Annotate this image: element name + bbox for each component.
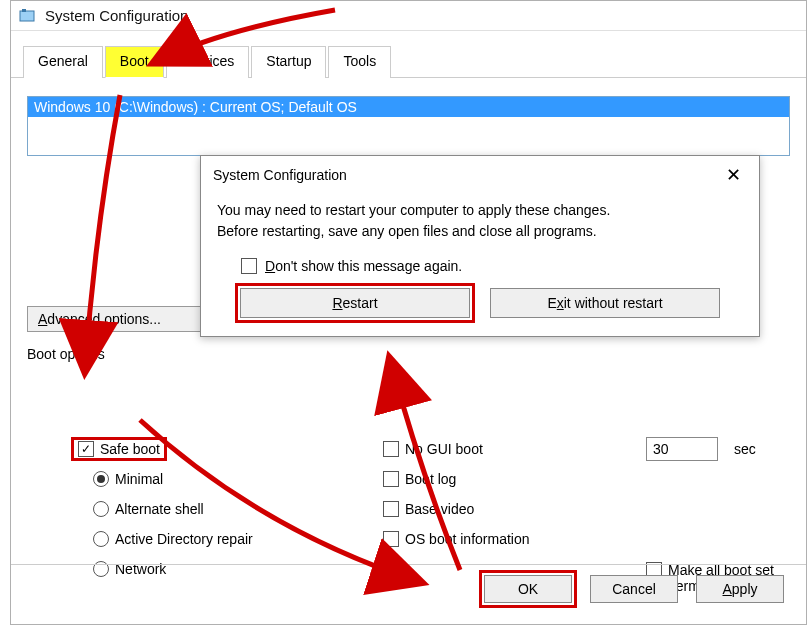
boot-options-group-label: Boot options xyxy=(27,346,790,362)
minimal-radio[interactable] xyxy=(93,471,109,487)
tab-strip: General Boot Services Startup Tools xyxy=(11,31,806,78)
base-video-label: Base video xyxy=(405,501,474,517)
tab-boot[interactable]: Boot xyxy=(105,46,164,78)
base-video-checkbox[interactable] xyxy=(383,501,399,517)
window-title: System Configuration xyxy=(45,7,188,24)
apply-button[interactable]: Apply xyxy=(696,575,784,603)
no-gui-label: No GUI boot xyxy=(405,441,483,457)
tab-startup[interactable]: Startup xyxy=(251,46,326,78)
timeout-input[interactable]: 30 xyxy=(646,437,718,461)
boot-options-left: Safe boot Minimal Alternate shell Active… xyxy=(71,434,351,584)
safe-boot-checkbox[interactable] xyxy=(78,441,94,457)
boot-options-mid: No GUI boot Boot log Base video OS boot … xyxy=(383,434,623,554)
minimal-label: Minimal xyxy=(115,471,163,487)
title-bar: System Configuration xyxy=(11,1,806,31)
exit-without-restart-button[interactable]: Exit without restart xyxy=(490,288,720,318)
restart-dialog: System Configuration ✕ You may need to r… xyxy=(200,155,760,337)
ad-repair-radio[interactable] xyxy=(93,531,109,547)
dialog-buttons: OK Cancel Apply xyxy=(11,564,806,612)
cancel-button[interactable]: Cancel xyxy=(590,575,678,603)
ok-button[interactable]: OK xyxy=(484,575,572,603)
svg-rect-1 xyxy=(22,9,26,12)
no-gui-checkbox[interactable] xyxy=(383,441,399,457)
boot-log-checkbox[interactable] xyxy=(383,471,399,487)
tab-tools[interactable]: Tools xyxy=(328,46,391,78)
restart-dialog-titlebar: System Configuration ✕ xyxy=(201,156,759,194)
tab-general[interactable]: General xyxy=(23,46,103,78)
msconfig-icon xyxy=(19,8,37,24)
boot-log-label: Boot log xyxy=(405,471,456,487)
advanced-options-button[interactable]: Advanced options... xyxy=(27,306,212,332)
restart-dialog-title: System Configuration xyxy=(213,167,347,183)
os-info-label: OS boot information xyxy=(405,531,530,547)
safe-boot-label: Safe boot xyxy=(100,441,160,457)
alt-shell-radio[interactable] xyxy=(93,501,109,517)
tab-services[interactable]: Services xyxy=(166,46,250,78)
alt-shell-label: Alternate shell xyxy=(115,501,204,517)
close-icon[interactable]: ✕ xyxy=(720,164,747,186)
timeout-seconds-label: sec xyxy=(734,441,756,457)
os-list-selected[interactable]: Windows 10 (C:\Windows) : Current OS; De… xyxy=(28,97,789,117)
os-info-checkbox[interactable] xyxy=(383,531,399,547)
restart-button[interactable]: Restart xyxy=(240,288,470,318)
ad-repair-label: Active Directory repair xyxy=(115,531,253,547)
svg-rect-0 xyxy=(20,11,34,21)
dont-show-checkbox[interactable] xyxy=(241,258,257,274)
restart-dialog-body: You may need to restart your computer to… xyxy=(201,194,759,336)
dont-show-label: Don't show this message again. xyxy=(265,258,462,274)
restart-dialog-message: You may need to restart your computer to… xyxy=(217,200,743,242)
advanced-options-label: A xyxy=(38,311,47,327)
os-list[interactable]: Windows 10 (C:\Windows) : Current OS; De… xyxy=(27,96,790,156)
